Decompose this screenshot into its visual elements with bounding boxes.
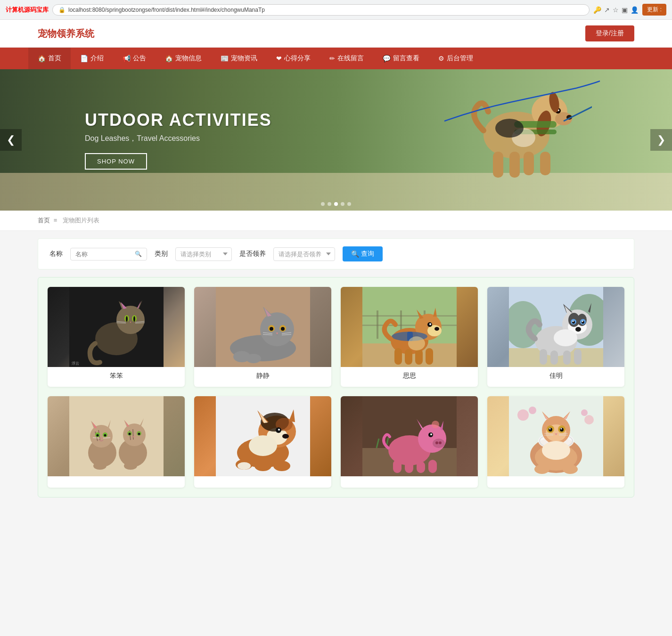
dot-5[interactable]: [347, 202, 351, 206]
carousel-next-button[interactable]: ❯: [650, 129, 672, 151]
pet-image-5: [48, 396, 185, 476]
svg-point-165: [529, 407, 536, 414]
pet-name-1: 笨笨: [110, 372, 123, 380]
svg-point-86: [572, 321, 574, 322]
pet-card-2[interactable]: 静静: [194, 287, 331, 387]
nav-label-view-messages: 留言查看: [393, 54, 419, 63]
nav-label-message: 在线留言: [337, 54, 364, 63]
svg-point-72: [408, 336, 425, 351]
pet-image-6: [194, 396, 331, 476]
nav-item-pet-info[interactable]: 🏠 宠物信息: [156, 48, 211, 69]
svg-rect-97: [69, 396, 164, 476]
shop-now-button[interactable]: SHOP NOW: [85, 153, 147, 170]
name-filter-input[interactable]: [75, 251, 132, 258]
nav-item-home[interactable]: 🏠 首页: [28, 48, 71, 69]
svg-point-15: [495, 119, 524, 138]
carousel-prev-button[interactable]: ❮: [0, 129, 22, 151]
nav-item-admin[interactable]: ⚙ 后台管理: [429, 48, 483, 69]
nav-item-pet-news[interactable]: 📰 宠物资讯: [211, 48, 267, 69]
svg-point-167: [581, 409, 588, 416]
svg-point-178: [549, 428, 550, 430]
pet-card-8[interactable]: [487, 396, 624, 488]
nav-label-notice: 公告: [133, 54, 146, 63]
name-filter-wrap: 🔍: [70, 248, 147, 261]
browser-watermark: 计算机源码宝库: [6, 6, 49, 14]
search-button[interactable]: 🔍 查询: [343, 246, 383, 261]
news-icon: 📰: [221, 55, 229, 62]
key-icon: 🔑: [593, 6, 601, 14]
svg-point-26: [133, 316, 135, 322]
category-filter-label: 类别: [155, 250, 168, 258]
search-icon: 🔍: [351, 250, 359, 258]
svg-point-150: [433, 439, 445, 448]
svg-point-88: [575, 327, 581, 332]
breadcrumb-separator: ≡: [54, 217, 59, 224]
nav-item-intro[interactable]: 📄 介绍: [71, 48, 113, 69]
heart-icon: ❤: [276, 55, 282, 62]
nav-label-share: 心得分享: [284, 54, 311, 63]
svg-point-124: [93, 462, 107, 470]
pet-card-4[interactable]: 佳明: [487, 287, 624, 387]
dot-4[interactable]: [341, 202, 344, 206]
svg-point-25: [126, 316, 128, 322]
login-button[interactable]: 登录/注册: [585, 25, 634, 41]
pet-card-5[interactable]: [48, 396, 185, 488]
svg-point-92: [554, 329, 577, 346]
svg-rect-70: [415, 349, 423, 365]
pet-image-4: [487, 287, 624, 367]
dot-3[interactable]: [334, 202, 338, 206]
svg-point-50: [246, 354, 261, 363]
svg-point-18: [116, 306, 145, 334]
address-bar[interactable]: 🔒 localhost:8080/springbootzongse/front/…: [52, 4, 590, 16]
pencil-icon: ✏: [329, 55, 335, 62]
svg-point-152: [439, 441, 442, 444]
dot-1[interactable]: [321, 202, 325, 206]
pet-name-3: 思思: [403, 372, 416, 380]
pet-name-4: 佳明: [549, 372, 563, 380]
svg-rect-69: [405, 349, 412, 365]
notice-icon: 📢: [123, 55, 131, 62]
svg-rect-93: [540, 349, 547, 365]
adopted-filter-label: 是否领养: [239, 250, 266, 258]
pet-grid-container: 浮云 笨笨: [38, 277, 634, 497]
svg-rect-71: [426, 348, 433, 365]
pet-card-1[interactable]: 浮云 笨笨: [48, 287, 185, 387]
dot-2[interactable]: [328, 202, 331, 206]
pet-card-3[interactable]: 思思: [341, 287, 478, 387]
pet-card-7[interactable]: [341, 396, 478, 488]
star-icon: ☆: [613, 6, 619, 14]
svg-point-166: [584, 415, 594, 424]
nav-item-view-messages[interactable]: 💬 留言查看: [373, 48, 429, 69]
main-nav: 🏠 首页 📄 介绍 📢 公告 🏠 宠物信息 📰 宠物资讯 ❤ 心得分享 ✏ 在线…: [0, 48, 672, 69]
pet-image-7: [341, 396, 478, 476]
nav-item-share[interactable]: ❤ 心得分享: [267, 48, 320, 69]
pet-icon: 🏠: [165, 55, 173, 62]
tab-icon: ▣: [622, 6, 628, 14]
svg-rect-11: [540, 152, 550, 175]
svg-point-191: [563, 465, 578, 474]
svg-point-113: [123, 424, 146, 446]
svg-point-140: [254, 461, 271, 471]
svg-point-63: [429, 323, 431, 325]
gear-icon: ⚙: [438, 55, 444, 62]
svg-point-142: [238, 462, 251, 470]
svg-point-122: [138, 433, 140, 435]
pet-card-6[interactable]: [194, 396, 331, 488]
breadcrumb-home-link[interactable]: 首页: [38, 217, 50, 224]
svg-rect-94: [550, 351, 558, 365]
svg-point-99: [90, 425, 113, 448]
svg-point-87: [582, 321, 583, 322]
nav-item-message[interactable]: ✏ 在线留言: [320, 48, 373, 69]
svg-point-107: [96, 434, 98, 437]
adopted-filter-select[interactable]: 请选择是否领养 是 否: [273, 247, 335, 261]
svg-point-141: [273, 461, 290, 471]
lock-icon: 🔒: [58, 7, 66, 13]
nav-item-notice[interactable]: 📢 公告: [113, 48, 156, 69]
svg-rect-95: [563, 351, 571, 365]
carousel-dots: [321, 202, 351, 206]
update-button[interactable]: 更新 :: [642, 4, 666, 16]
svg-rect-8: [493, 152, 503, 178]
svg-point-189: [542, 441, 570, 460]
category-filter-select[interactable]: 请选择类别 猫 狗 其他: [175, 247, 232, 261]
svg-line-115: [133, 429, 133, 440]
